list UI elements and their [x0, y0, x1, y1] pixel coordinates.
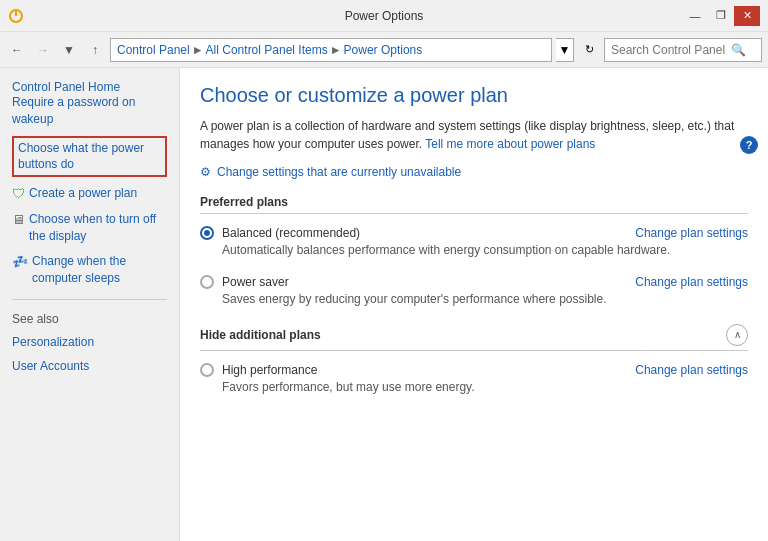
path-sep-2: ► — [330, 43, 342, 57]
plan-desc-power-saver: Saves energy by reducing your computer's… — [222, 291, 748, 308]
plan-desc-high-performance: Favors performance, but may use more ene… — [222, 379, 748, 396]
radio-high-performance[interactable] — [200, 363, 214, 377]
dropdown-recent-button[interactable]: ▼ — [58, 39, 80, 61]
main-layout: Control Panel Home Require a password on… — [0, 68, 768, 541]
change-plan-power-saver[interactable]: Change plan settings — [635, 275, 748, 289]
sidebar-item-create-plan[interactable]: 🛡 Create a power plan — [12, 185, 167, 203]
sidebar-item-personalization[interactable]: Personalization — [12, 334, 167, 351]
sidebar-links: Require a password on wakeup Choose what… — [12, 94, 167, 287]
help-icon[interactable]: ? — [740, 136, 758, 154]
sidebar-link-label-create-plan: Create a power plan — [29, 185, 137, 202]
forward-button[interactable]: → — [32, 39, 54, 61]
title-bar: Power Options — ❐ ✕ — [0, 0, 768, 32]
content-area: ? Choose or customize a power plan A pow… — [180, 68, 768, 541]
window-title: Power Options — [345, 9, 424, 23]
sidebar-item-power-buttons[interactable]: Choose what the power buttons do — [12, 136, 167, 178]
sidebar-link-label-require-password: Require a password on wakeup — [12, 94, 167, 128]
change-plan-balanced[interactable]: Change plan settings — [635, 226, 748, 240]
path-all-items[interactable]: All Control Panel Items — [206, 43, 328, 57]
plan-top-high-performance: High performance Change plan settings — [200, 363, 748, 377]
minimize-button[interactable]: — — [682, 6, 708, 26]
radio-power-saver[interactable] — [200, 275, 214, 289]
create-plan-icon: 🛡 — [12, 185, 25, 203]
radio-balanced[interactable] — [200, 226, 214, 240]
sidebar-link-label-power-buttons: Choose what the power buttons do — [18, 140, 161, 174]
close-button[interactable]: ✕ — [734, 6, 760, 26]
sidebar-item-require-password[interactable]: Require a password on wakeup — [12, 94, 167, 128]
plan-left-high-performance: High performance — [200, 363, 317, 377]
sidebar-link-label-computer-sleeps: Change when the computer sleeps — [32, 253, 167, 287]
path-control-panel[interactable]: Control Panel — [117, 43, 190, 57]
search-icon: 🔍 — [731, 43, 746, 57]
settings-icon: ⚙ — [200, 165, 211, 179]
page-title: Choose or customize a power plan — [200, 84, 748, 107]
computer-sleeps-icon: 💤 — [12, 253, 28, 271]
app-icon — [8, 8, 24, 24]
hide-additional-label: Hide additional plans — [200, 328, 321, 342]
plan-name-high-performance: High performance — [222, 363, 317, 377]
sidebar-link-label-personalization: Personalization — [12, 334, 94, 351]
page-description: A power plan is a collection of hardware… — [200, 117, 740, 153]
plan-desc-balanced: Automatically balances performance with … — [222, 242, 748, 259]
hide-additional-section: Hide additional plans ∧ — [200, 324, 748, 351]
plan-top-balanced: Balanced (recommended) Change plan setti… — [200, 226, 748, 240]
plan-left-balanced: Balanced (recommended) — [200, 226, 360, 240]
plan-name-balanced: Balanced (recommended) — [222, 226, 360, 240]
title-bar-left — [8, 8, 24, 24]
sidebar-link-label-user-accounts: User Accounts — [12, 358, 89, 375]
plan-item-balanced: Balanced (recommended) Change plan setti… — [200, 226, 748, 259]
search-input[interactable] — [611, 43, 731, 57]
hide-additional-chevron[interactable]: ∧ — [726, 324, 748, 346]
tell-me-link[interactable]: Tell me more about power plans — [425, 137, 595, 151]
back-button[interactable]: ← — [6, 39, 28, 61]
window-controls: — ❐ ✕ — [682, 6, 760, 26]
plan-top-power-saver: Power saver Change plan settings — [200, 275, 748, 289]
refresh-button[interactable]: ↻ — [578, 39, 600, 61]
sidebar-divider — [12, 299, 167, 300]
see-also-label: See also — [12, 312, 167, 326]
plan-item-high-performance: High performance Change plan settings Fa… — [200, 363, 748, 396]
plan-left-power-saver: Power saver — [200, 275, 289, 289]
address-bar: ← → ▼ ↑ Control Panel ► All Control Pane… — [0, 32, 768, 68]
address-path: Control Panel ► All Control Panel Items … — [110, 38, 552, 62]
restore-button[interactable]: ❐ — [708, 6, 734, 26]
up-button[interactable]: ↑ — [84, 39, 106, 61]
path-sep-1: ► — [192, 43, 204, 57]
plan-name-power-saver: Power saver — [222, 275, 289, 289]
sidebar: Control Panel Home Require a password on… — [0, 68, 180, 541]
sidebar-item-display-off[interactable]: 🖥 Choose when to turn off the display — [12, 211, 167, 245]
sidebar-item-computer-sleeps[interactable]: 💤 Change when the computer sleeps — [12, 253, 167, 287]
sidebar-link-label-display-off: Choose when to turn off the display — [29, 211, 167, 245]
display-off-icon: 🖥 — [12, 211, 25, 229]
address-dropdown-button[interactable]: ▼ — [556, 38, 574, 62]
preferred-plans-header: Preferred plans — [200, 195, 748, 214]
plan-item-power-saver: Power saver Change plan settings Saves e… — [200, 275, 748, 308]
sidebar-home-link[interactable]: Control Panel Home — [12, 80, 120, 94]
change-unavailable-link[interactable]: ⚙ Change settings that are currently una… — [200, 165, 748, 179]
path-power-options[interactable]: Power Options — [344, 43, 423, 57]
sidebar-item-user-accounts[interactable]: User Accounts — [12, 358, 167, 375]
search-box[interactable]: 🔍 — [604, 38, 762, 62]
change-plan-high-performance[interactable]: Change plan settings — [635, 363, 748, 377]
change-unavailable-label: Change settings that are currently unava… — [217, 165, 461, 179]
